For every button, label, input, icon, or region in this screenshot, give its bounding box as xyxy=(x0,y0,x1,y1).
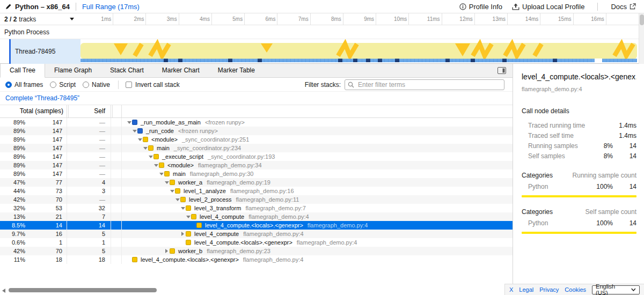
tab-marker-chart[interactable]: Marker Chart xyxy=(153,64,209,77)
timeline-ruler-ticks: 1ms2ms3ms4ms5ms6ms7ms8ms9ms10ms11ms12ms1… xyxy=(80,13,639,25)
call-node-sidebar: level_4_compute.<locals>.<genex… flamegr… xyxy=(513,64,644,295)
function-name: level_4_compute.<locals>.<genexpr> xyxy=(141,255,239,264)
tick-label: 15ms xyxy=(558,16,571,22)
table-row[interactable]: 44%733level_1_analyzeflamegraph_demo.py:… xyxy=(0,187,513,195)
docs-link[interactable]: Docs xyxy=(608,3,639,11)
horizontal-scrollbar[interactable] xyxy=(0,287,503,293)
thread-label[interactable]: Thread-78495 xyxy=(11,39,80,64)
invert-call-stack-checkbox[interactable]: Invert call stack xyxy=(126,81,180,88)
self-count: 5 xyxy=(67,247,111,255)
table-row[interactable]: 89%147—mainflamegraph_demo.py:30 xyxy=(0,169,513,178)
column-header-spacer xyxy=(111,105,122,117)
tab-marker-table[interactable]: Marker Table xyxy=(209,64,264,77)
ruler-tick: 12ms xyxy=(442,13,475,25)
table-row[interactable]: 89%147—_run_code<frozen runpy> xyxy=(0,127,513,135)
total-count: 16 xyxy=(25,230,67,238)
search-icon xyxy=(348,82,354,88)
scrollbar-thumb[interactable] xyxy=(9,288,157,292)
footer-link-cookies[interactable]: Cookies xyxy=(565,286,586,293)
collapse-twisty-icon[interactable] xyxy=(174,195,180,204)
profile-title: Python – x86_64 xyxy=(15,3,70,11)
self-count: 18 xyxy=(67,255,111,264)
scrollbar-thumb[interactable] xyxy=(640,14,644,25)
total-percent: 89% xyxy=(0,135,25,144)
tab-stack-chart[interactable]: Stack Chart xyxy=(101,64,153,77)
file-location: _sync_coordinator.py:193 xyxy=(208,152,275,161)
collapse-twisty-icon[interactable] xyxy=(153,161,159,169)
file-location: <frozen runpy> xyxy=(205,118,245,127)
expand-twisty-icon[interactable] xyxy=(180,230,186,238)
ruler-tick: 8ms xyxy=(311,13,343,25)
total-count: 77 xyxy=(25,178,67,187)
self-count: — xyxy=(67,152,111,161)
function-name: level_3_transform xyxy=(194,204,241,212)
radio-label: Script xyxy=(59,81,76,88)
table-row[interactable]: 89%147—<module>flamegraph_demo.py:34 xyxy=(0,161,513,169)
collapse-twisty-icon[interactable] xyxy=(137,135,143,144)
radio-script[interactable]: Script xyxy=(50,81,76,88)
detail-label: Running samples xyxy=(522,142,591,150)
full-range-button[interactable]: Full Range (17ms) xyxy=(82,3,140,11)
track-thread[interactable]: Thread-78495 xyxy=(0,39,639,64)
footer-link-legal[interactable]: Legal xyxy=(519,286,533,293)
collapse-twisty-icon[interactable] xyxy=(126,118,132,127)
expand-twisty-icon[interactable] xyxy=(164,247,170,255)
scroll-left-arrow-icon[interactable] xyxy=(2,289,5,293)
total-percent: 44% xyxy=(0,187,25,195)
sidebar-toggle-button[interactable] xyxy=(497,67,506,74)
table-row[interactable]: 42%705worker_bflamegraph_demo.py:23 xyxy=(0,247,513,255)
category-header: CategoriesSelf sample count xyxy=(522,208,636,216)
footer-link-x[interactable]: X xyxy=(509,286,513,293)
table-row[interactable]: 11%1818level_4_compute.<locals>.<genexpr… xyxy=(0,255,513,264)
external-link-icon xyxy=(630,3,636,10)
collapse-twisty-icon[interactable] xyxy=(164,178,170,187)
breadcrumb-root-link[interactable]: Complete “Thread-78495” xyxy=(5,94,79,102)
table-row[interactable]: 89%147—main_sync_coordinator.py:234 xyxy=(0,144,513,152)
collapse-twisty-icon[interactable] xyxy=(180,204,186,212)
tree-cell: level_4_compute.<locals>.<genexpr>flameg… xyxy=(122,238,513,247)
table-row[interactable]: 32%5332level_3_transformflamegraph_demo.… xyxy=(0,204,513,212)
ruler-tick: 4ms xyxy=(179,13,212,25)
tab-flame-graph[interactable]: Flame Graph xyxy=(45,64,101,77)
upload-profile-button[interactable]: Upload Local Profile xyxy=(509,3,587,11)
filter-stacks-input[interactable] xyxy=(345,79,504,90)
language-select[interactable]: English (US) xyxy=(592,285,640,294)
collapse-twisty-icon[interactable] xyxy=(148,152,153,161)
self-count: — xyxy=(67,118,111,127)
collapse-twisty-icon[interactable] xyxy=(142,144,148,152)
table-row[interactable]: 89%147—_execute_script_sync_coordinator.… xyxy=(0,152,513,161)
ruler-tick: 6ms xyxy=(245,13,277,25)
tracks-dropdown[interactable]: 2 / 2 tracks xyxy=(0,13,80,25)
total-percent: 8.5% xyxy=(0,221,25,230)
tree-cell: level_4_computeflamegraph_demo.py:4 xyxy=(122,230,513,238)
timeline-vertical-scrollbar[interactable] xyxy=(639,13,644,64)
profile-info-button[interactable]: Profile Info xyxy=(457,3,505,11)
collapse-twisty-icon[interactable] xyxy=(185,212,191,221)
footer-link-privacy[interactable]: Privacy xyxy=(539,286,559,293)
collapse-twisty-icon[interactable] xyxy=(169,187,175,195)
row-spacer xyxy=(111,204,122,212)
row-spacer xyxy=(111,169,122,178)
table-row[interactable]: 89%147—_run_module_as_main<frozen runpy> xyxy=(0,118,513,127)
collapse-twisty-icon[interactable] xyxy=(158,169,164,178)
table-row[interactable]: 47%774worker_aflamegraph_demo.py:19 xyxy=(0,178,513,187)
row-spacer xyxy=(111,144,122,152)
self-count: — xyxy=(67,195,111,204)
table-row[interactable]: 89%147—<module>_sync_coordinator.py:251 xyxy=(0,135,513,144)
category-percent: 100% xyxy=(591,183,613,190)
table-row[interactable]: 9.7%165level_4_computeflamegraph_demo.py… xyxy=(0,230,513,238)
table-row[interactable]: 0.6%11level_4_compute.<locals>.<genexpr>… xyxy=(0,238,513,247)
table-row[interactable]: 42%70—level_2_processflamegraph_demo.py:… xyxy=(0,195,513,204)
self-count: — xyxy=(67,144,111,152)
self-count: — xyxy=(67,169,111,178)
table-row[interactable]: 8.5%1414level_4_compute.<locals>.<genexp… xyxy=(0,221,513,230)
table-row[interactable]: 13%217level_4_computeflamegraph_demo.py:… xyxy=(0,212,513,221)
radio-native[interactable]: Native xyxy=(83,81,110,88)
track-python-process[interactable]: Python Process xyxy=(0,25,639,39)
collapse-twisty-icon[interactable] xyxy=(131,127,137,135)
radio-all-frames[interactable]: All frames xyxy=(5,81,43,88)
thread-activity-graph[interactable] xyxy=(80,39,639,64)
call-tree: 89%147—_run_module_as_main<frozen runpy>… xyxy=(0,118,513,264)
total-cell: 32%53 xyxy=(0,204,67,212)
tab-call-tree[interactable]: Call Tree xyxy=(0,64,45,78)
